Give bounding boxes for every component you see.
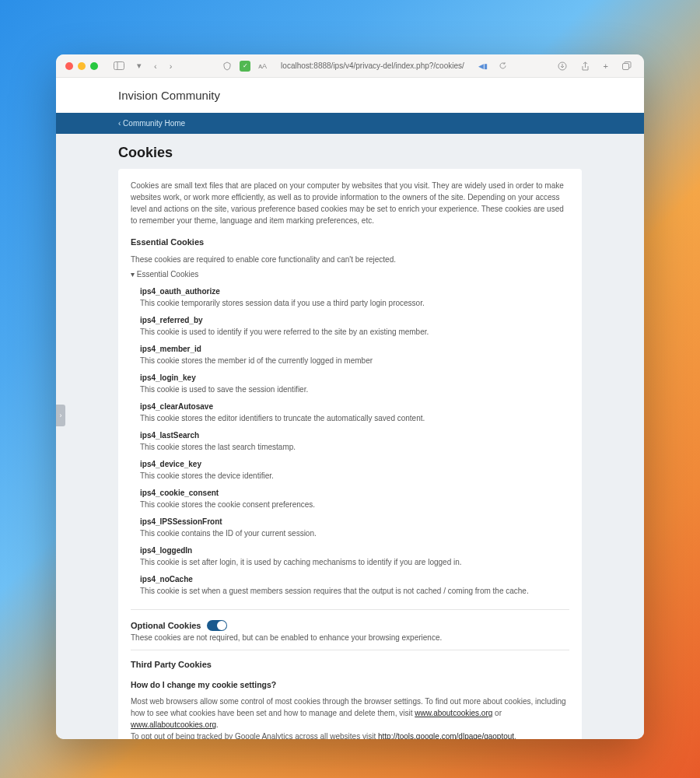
optional-desc: These cookies are not required, but can … — [131, 632, 569, 643]
titlebar: ▾ ‹ › ✓ ᴀA localhost:8888/ips/v4/privacy… — [56, 54, 644, 78]
reload-icon[interactable] — [495, 61, 510, 70]
back-icon[interactable]: ‹ — [151, 61, 160, 71]
cookie-item: ips4_oauth_authorizeThis cookie temporar… — [140, 286, 569, 309]
cookie-name: ips4_referred_by — [140, 314, 569, 326]
minimize-icon[interactable] — [78, 62, 86, 70]
tabs-icon[interactable] — [619, 61, 635, 71]
text-size-icon[interactable]: ᴀA — [255, 62, 270, 70]
close-icon[interactable] — [65, 62, 73, 70]
side-expand-icon[interactable]: › — [56, 405, 65, 426]
address-bar[interactable]: localhost:8888/ips/v4/privacy-del/index.… — [275, 60, 471, 72]
cookie-name: ips4_IPSSessionFront — [140, 516, 569, 527]
svg-rect-0 — [114, 62, 124, 70]
cookie-item: ips4_member_idThis cookie stores the mem… — [140, 343, 569, 366]
cookie-desc: This cookie stores the editor identifier… — [140, 412, 569, 424]
sidebar-icon[interactable] — [110, 61, 128, 70]
cookie-name: ips4_noCache — [140, 573, 569, 585]
maximize-icon[interactable] — [90, 62, 98, 70]
cookie-desc: This cookie is set when a guest members … — [140, 585, 569, 597]
third-party-heading: Third Party Cookies — [131, 658, 569, 671]
cookie-item: ips4_IPSSessionFrontThis cookie contains… — [140, 516, 569, 539]
change-heading: How do I change my cookie settings? — [131, 679, 569, 692]
download-icon[interactable] — [555, 61, 570, 71]
optional-toggle[interactable] — [207, 620, 227, 631]
cookie-desc: This cookie stores the member id of the … — [140, 355, 569, 366]
secure-icon[interactable]: ✓ — [240, 61, 250, 72]
cookie-name: ips4_device_key — [140, 458, 569, 470]
cookie-name: ips4_loggedIn — [140, 545, 569, 556]
forward-icon[interactable]: › — [166, 61, 176, 71]
cookie-item: ips4_clearAutosaveThis cookie stores the… — [140, 401, 569, 424]
site-header: Invision Community — [56, 78, 644, 113]
essential-heading: Essential Cookies — [131, 236, 569, 249]
cookie-desc: This cookie stores the device identifier… — [140, 470, 569, 482]
cookie-item: ips4_noCacheThis cookie is set when a gu… — [140, 573, 569, 597]
cookie-desc: This cookie contains the ID of your curr… — [140, 527, 569, 539]
cookie-item: ips4_lastSearchThis cookie stores the la… — [140, 429, 569, 453]
cookie-item: ips4_login_keyThis cookie is used to sav… — [140, 372, 569, 395]
dropdown-icon[interactable]: ▾ — [134, 61, 145, 71]
cookie-desc: This cookie is set after login, it is us… — [140, 556, 569, 568]
cookie-desc: This cookie is used to save the session … — [140, 384, 569, 395]
cookie-desc: This cookie stores the last search times… — [140, 441, 569, 453]
cookie-item: ips4_referred_byThis cookie is used to i… — [140, 314, 569, 338]
cookie-desc: This cookie stores the cookie consent pr… — [140, 499, 569, 510]
cookie-item: ips4_device_keyThis cookie stores the de… — [140, 458, 569, 482]
page-title: Cookies — [118, 145, 582, 161]
breadcrumb-link[interactable]: Community Home — [123, 119, 185, 128]
site-title: Invision Community — [118, 89, 582, 102]
change-paragraph-2: To opt out of being tracked by Google An… — [131, 731, 569, 739]
optional-heading: Optional Cookies — [131, 619, 201, 633]
privacy-icon[interactable] — [219, 61, 235, 71]
share-icon[interactable] — [578, 61, 593, 71]
svg-rect-3 — [623, 63, 629, 69]
cookie-name: ips4_cookie_consent — [140, 487, 569, 499]
reader-icon[interactable]: ◀▮ — [475, 62, 491, 70]
ga-optout-link[interactable]: http://tools.google.com/dlpage/gaoptout — [378, 732, 514, 739]
cookie-name: ips4_lastSearch — [140, 429, 569, 441]
cookie-list: ips4_oauth_authorizeThis cookie temporar… — [131, 286, 569, 597]
essential-details-toggle[interactable]: ▾ Essential Cookies — [131, 268, 569, 280]
window-controls — [65, 62, 98, 70]
cookie-item: ips4_cookie_consentThis cookie stores th… — [140, 487, 569, 510]
change-paragraph-1: Most web browsers allow some control of … — [131, 696, 569, 731]
breadcrumb: ‹ Community Home — [56, 113, 644, 134]
browser-window: ▾ ‹ › ✓ ᴀA localhost:8888/ips/v4/privacy… — [56, 54, 644, 739]
cookie-name: ips4_member_id — [140, 343, 569, 355]
cookie-desc: This cookie is used to identify if you w… — [140, 326, 569, 338]
cookie-name: ips4_login_key — [140, 372, 569, 384]
essential-desc: These cookies are required to enable cor… — [131, 254, 569, 265]
intro-text: Cookies are small text files that are pl… — [131, 180, 569, 226]
cookie-desc: This cookie temporarily stores session d… — [140, 297, 569, 309]
allabout-cookies-link[interactable]: www.allaboutcookies.org — [131, 720, 216, 729]
about-cookies-link[interactable]: www.aboutcookies.org — [415, 709, 492, 717]
cookies-card: Cookies are small text files that are pl… — [118, 169, 582, 739]
page-content: › Invision Community ‹ Community Home Co… — [56, 78, 644, 739]
cookie-name: ips4_clearAutosave — [140, 401, 569, 412]
cookie-name: ips4_oauth_authorize — [140, 286, 569, 297]
cookie-item: ips4_loggedInThis cookie is set after lo… — [140, 545, 569, 568]
new-tab-icon[interactable]: + — [600, 61, 611, 71]
